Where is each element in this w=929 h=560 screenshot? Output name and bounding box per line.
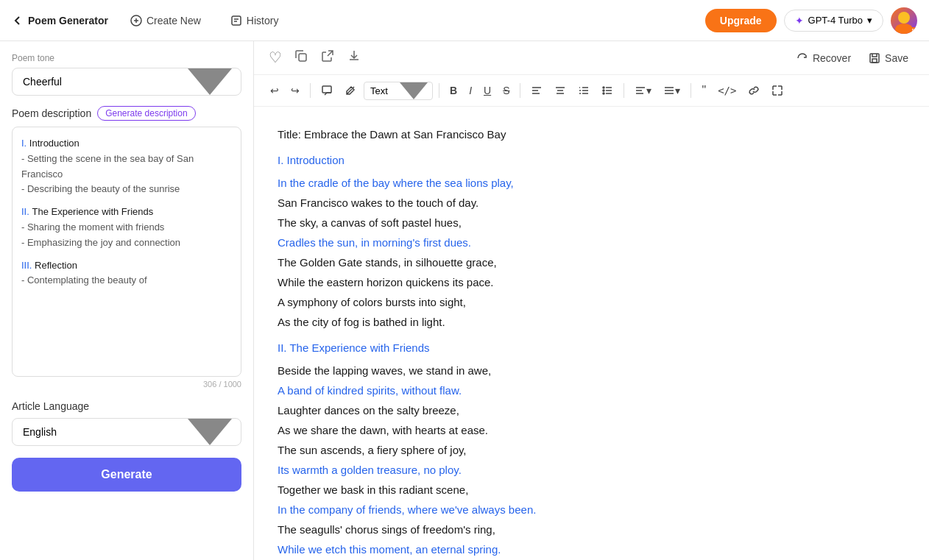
link-button[interactable] — [743, 82, 764, 99]
back-label: Poem Generator — [28, 15, 108, 26]
align-left-button[interactable] — [526, 82, 547, 99]
toolbar-right: Recover Save — [791, 49, 914, 67]
gpt-label: GPT-4 Turbo — [808, 15, 863, 26]
tone-label: Poem tone — [12, 47, 241, 63]
erase-button[interactable] — [340, 82, 361, 99]
recover-button[interactable]: Recover — [791, 49, 857, 67]
poem-line: The sky, a canvas of soft pastel hues, — [278, 213, 905, 233]
back-button[interactable]: Poem Generator — [12, 15, 108, 26]
sidebar: Poem tone Cheerful Melancholic Romantic … — [0, 41, 254, 560]
nav-left: Poem Generator Create New History — [12, 10, 286, 31]
generate-button[interactable]: Generate — [12, 458, 241, 492]
generate-description-button[interactable]: Generate description — [97, 106, 195, 121]
open-icon[interactable] — [320, 49, 335, 67]
poem-line: A band of kindred spirits, without flaw. — [278, 380, 905, 400]
desc-item: - Contemplating the beauty of — [21, 273, 232, 288]
editor-area: ♡ — [254, 41, 929, 560]
heart-icon[interactable]: ♡ — [269, 49, 282, 67]
toolbar-left: ♡ — [269, 49, 361, 67]
poem-line: As we share the dawn, with hearts at eas… — [278, 420, 905, 440]
poem-line: The sun ascends, a fiery sphere of joy, — [278, 440, 905, 460]
poem-line: While the eastern horizon quickens its p… — [278, 272, 905, 292]
desc-item: - Setting the scene in the sea bay of Sa… — [21, 152, 232, 182]
poem-desc-header: Poem description Generate description — [12, 106, 241, 121]
align-center-button[interactable] — [550, 82, 571, 99]
top-navigation: Poem Generator Create New History Upgrad… — [0, 0, 929, 41]
poem-line: Laughter dances on the salty breeze, — [278, 400, 905, 420]
save-button[interactable]: Save — [863, 49, 914, 67]
divider — [690, 83, 691, 98]
gpt-chevron-icon: ▾ — [867, 15, 872, 26]
create-new-label: Create New — [146, 15, 201, 26]
svg-point-7 — [603, 93, 604, 94]
history-button[interactable]: History — [223, 10, 286, 31]
svg-point-6 — [603, 90, 604, 91]
divider — [624, 83, 624, 98]
nav-right: Upgrade ✦ GPT-4 Turbo ▾ % — [705, 7, 917, 34]
strikethrough-button[interactable]: S — [498, 82, 514, 99]
desc-item: - Emphasizing the joy and connection — [21, 235, 232, 251]
comment-button[interactable] — [317, 82, 337, 99]
divider — [439, 83, 439, 98]
poem-line: Beside the lapping waves, we stand in aw… — [278, 361, 905, 380]
create-new-button[interactable]: Create New — [123, 10, 208, 31]
poem-line: The Golden Gate stands, in silhouette gr… — [278, 252, 905, 272]
copy-icon[interactable] — [294, 49, 308, 67]
divider — [520, 83, 520, 98]
language-section: Article Language English Spanish French … — [12, 400, 241, 446]
section-roman-2: II. — [21, 206, 29, 217]
language-label: Article Language — [12, 400, 241, 412]
download-icon[interactable] — [347, 49, 361, 67]
language-select[interactable]: English Spanish French German Chinese — [12, 418, 241, 446]
underline-button[interactable]: U — [479, 82, 495, 99]
svg-point-5 — [603, 87, 604, 88]
divider — [310, 83, 311, 98]
redo-button[interactable]: ↪ — [286, 82, 304, 99]
poem-line: Its warmth a golden treasure, no ploy. — [278, 460, 905, 480]
svg-rect-3 — [870, 54, 879, 63]
poem-description-content: I. Introduction - Setting the scene in t… — [12, 127, 241, 377]
svg-rect-4 — [322, 86, 331, 93]
poem-line: Cradles the sun, in morning's first dues… — [278, 233, 905, 252]
unordered-list-button[interactable] — [597, 82, 618, 99]
poem-line: A symphony of colors bursts into sight, — [278, 292, 905, 312]
gpt-selector[interactable]: ✦ GPT-4 Turbo ▾ — [784, 10, 883, 32]
poem-line: As the city of fog is bathed in light. — [278, 312, 905, 332]
poem-desc-label: Poem description — [12, 107, 91, 119]
star-icon: ✦ — [795, 15, 804, 26]
align-options-button[interactable]: ▾ — [659, 82, 685, 99]
char-count: 306 / 1000 — [12, 380, 241, 389]
section-roman-3: III. — [21, 260, 32, 271]
svg-rect-2 — [299, 54, 306, 61]
svg-rect-1 — [232, 16, 241, 25]
section-roman-1: I. — [21, 138, 27, 149]
section-title-3: Reflection — [35, 260, 77, 271]
poem-line: In the company of friends, where we've a… — [278, 500, 905, 520]
poem-content[interactable]: Title: Embrace the Dawn at San Francisco… — [254, 107, 929, 560]
tone-select[interactable]: Cheerful Melancholic Romantic Inspiratio… — [12, 68, 241, 96]
upgrade-button[interactable]: Upgrade — [705, 9, 777, 32]
code-button[interactable]: </> — [713, 82, 741, 99]
line-height-button[interactable]: ▾ — [630, 82, 656, 99]
poem-section-intro: I. Introduction — [278, 150, 905, 170]
main-layout: Poem tone Cheerful Melancholic Romantic … — [0, 41, 929, 560]
poem-line: Together we bask in this radiant scene, — [278, 480, 905, 500]
bold-button[interactable]: B — [445, 82, 462, 99]
poem-title: Title: Embrace the Dawn at San Francisco… — [278, 124, 905, 144]
avatar[interactable]: % — [891, 7, 917, 34]
desc-item: - Sharing the moment with friends — [21, 220, 232, 235]
format-toolbar: ↩ ↪ Text Heading 1 Heading 2 Heading 3 B… — [254, 75, 929, 107]
poem-line: The seagulls' chorus sings of freedom's … — [278, 520, 905, 539]
section-title-2: The Experience with Friends — [32, 206, 153, 217]
text-format-select[interactable]: Text Heading 1 Heading 2 Heading 3 — [364, 82, 433, 100]
poem-section-friends: II. The Experience with Friends — [278, 338, 905, 358]
quote-button[interactable]: " — [697, 81, 710, 100]
editor-toolbar-top: ♡ — [254, 41, 929, 75]
poem-line: San Francisco wakes to the touch of day. — [278, 193, 905, 213]
undo-button[interactable]: ↩ — [266, 82, 283, 99]
expand-button[interactable] — [767, 82, 788, 99]
section-title-1: Introduction — [29, 138, 80, 149]
italic-button[interactable]: I — [464, 82, 476, 99]
ordered-list-button[interactable] — [573, 82, 594, 99]
percent-badge: % — [910, 27, 917, 34]
